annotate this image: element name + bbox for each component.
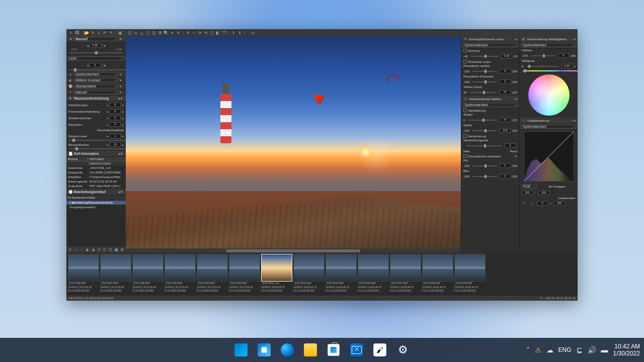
brush-icon[interactable]: ✎ — [90, 30, 95, 35]
io-in[interactable]: 255 — [522, 191, 533, 195]
wand-icon[interactable]: ✦ — [170, 30, 175, 35]
thumbnail-image[interactable] — [132, 254, 164, 282]
collapse-icon[interactable]: ▸▾ — [573, 119, 576, 122]
picker-icon[interactable]: ✎ — [515, 154, 517, 158]
thumbnail-image[interactable] — [197, 254, 228, 282]
hue-slider[interactable] — [531, 55, 555, 56]
noise-level-slider[interactable] — [69, 140, 126, 141]
clock[interactable]: 10:42 AM 1/30/2022 — [613, 343, 640, 357]
thumbnail-image[interactable] — [390, 254, 421, 282]
start-button[interactable] — [231, 340, 251, 360]
thumbnail-item[interactable]: _DSC7407.NEF 12/04/07 18:26:45:70 F2.5 1… — [390, 254, 421, 295]
hue-value[interactable]: 0 — [558, 53, 569, 58]
layout2-icon[interactable]: ▭ — [133, 30, 138, 35]
param-slider[interactable] — [471, 56, 499, 57]
move-icon[interactable]: ↔ — [191, 30, 196, 35]
std-dropdown[interactable]: Systemstandard — [463, 43, 518, 47]
export-icon[interactable]: ▫ — [79, 247, 84, 252]
battery-icon[interactable]: ▬ — [601, 346, 608, 354]
thumbnail-item[interactable]: _DSC7402.NEF 12/04/07 18:12:55:30 F1.8 1… — [229, 254, 260, 295]
save-icon[interactable]: ▪ — [73, 247, 78, 252]
volume-icon[interactable]: 🔊 — [588, 346, 596, 354]
checkbox[interactable] — [463, 60, 467, 63]
info-icon[interactable]: ℹ — [237, 30, 242, 35]
curves-editor[interactable] — [524, 131, 574, 182]
open-icon[interactable]: 📂 — [84, 30, 89, 35]
noise-att-value[interactable]: 13 — [110, 142, 121, 147]
image-icon[interactable]: 🖼 — [74, 30, 79, 35]
tray-chevron-icon[interactable]: ˄ — [526, 346, 530, 354]
thumbnail-item[interactable]: _DSC7408.NEF 12/04/07 18:26:45:70 F1.8 1… — [422, 254, 453, 295]
thumbnail-item[interactable]: _DSC7403_1.tif 12/04/07 18:26:45:70 F1.8… — [261, 254, 292, 295]
reset-icon[interactable]: ↺ — [67, 247, 72, 252]
collapse-icon[interactable]: ▾ — [118, 37, 123, 41]
thumbnail-item[interactable]: _DSC7406.NEF 12/04/07 18:26:45:70 F1.8 1… — [358, 254, 389, 295]
main-image[interactable] — [126, 36, 461, 248]
noise-param-value[interactable]: 0 — [110, 103, 121, 107]
explorer-button[interactable] — [300, 340, 320, 360]
thumbnail-image[interactable] — [229, 254, 260, 282]
weather-icon[interactable]: ☁ — [546, 346, 553, 354]
color-wheel[interactable]: ✦ — [528, 74, 570, 116]
widgets-button[interactable] — [254, 340, 274, 360]
noise-level-value[interactable]: 1 — [110, 134, 121, 138]
mail-button[interactable] — [347, 340, 367, 360]
manual-value[interactable]: 0.00 — [90, 43, 101, 48]
param-value[interactable]: 0.00 — [501, 54, 512, 58]
thumbnail-item[interactable]: _DSC7399.NEF 12/04/07 18:12:55:30 F1.8 1… — [165, 254, 196, 295]
warning-icon[interactable]: △ — [139, 30, 144, 35]
thumbnail-item[interactable]: _DSC7404.NEF 12/04/07 18:26:45:70 F1.8 1… — [293, 254, 325, 295]
param-value[interactable]: 100 — [500, 128, 511, 133]
thumbnail-strip[interactable]: _DSC7396.NEF 12/04/07 18:12:55:30 F2.8 1… — [66, 253, 578, 296]
store-button[interactable] — [324, 340, 344, 360]
rgb-dropdown[interactable]: RGB — [522, 184, 537, 189]
tool3-icon[interactable]: ✎ — [97, 247, 102, 252]
pencil-icon[interactable]: ✎ — [185, 30, 190, 35]
tool4-icon[interactable]: ⊡ — [103, 247, 108, 252]
param-slider[interactable] — [472, 130, 497, 131]
collapse-icon[interactable]: ▾ — [118, 84, 123, 88]
param-slider[interactable] — [472, 71, 497, 72]
language-indicator[interactable]: ENG — [558, 346, 572, 353]
param-slider[interactable] — [472, 165, 497, 166]
param-value[interactable]: 0 — [500, 174, 511, 178]
horizontal-scrollbar[interactable] — [126, 248, 461, 253]
wb-std-dropdown[interactable]: Systemstandard — [521, 43, 576, 47]
preset-dropdown[interactable]: Manuell — [74, 90, 118, 95]
thumbnail-item[interactable]: _DSC7396.NEF 12/04/07 18:12:55:30 F2.8 1… — [68, 254, 99, 295]
rotate2-icon[interactable]: ⟲ — [203, 30, 208, 35]
tool2-icon[interactable]: ◑ — [91, 247, 96, 252]
paint-button[interactable] — [370, 340, 390, 360]
preset-dropdown[interactable]: Systemstandard — [74, 72, 118, 76]
noise-param-value[interactable]: 0 — [110, 116, 121, 120]
checkbox[interactable] — [463, 134, 467, 138]
picker-icon[interactable]: ✎ — [522, 201, 527, 206]
thumbnail-image[interactable] — [454, 254, 486, 282]
edge-button[interactable] — [277, 340, 297, 360]
thumbnail-image[interactable] — [293, 254, 325, 282]
security-icon[interactable]: ⚠ — [535, 346, 541, 354]
redo-icon[interactable]: ↷ — [108, 30, 113, 35]
monitor-icon[interactable]: ▭ — [251, 30, 256, 35]
hue-gradient[interactable] — [523, 70, 578, 71]
layers-icon[interactable]: ❐ — [221, 30, 226, 35]
sat-slider[interactable] — [526, 66, 558, 67]
collapse-icon[interactable]: ▾ — [118, 90, 123, 95]
collapse-icon[interactable]: ▾ — [118, 72, 123, 76]
curve-tool-icon[interactable]: ∿ — [529, 201, 534, 206]
image-viewport[interactable] — [126, 36, 461, 253]
history-item[interactable]: (Ausgangszustand) — [66, 205, 126, 210]
tool6-icon[interactable]: ▦ — [114, 247, 119, 252]
text-icon[interactable]: T — [231, 30, 236, 35]
collapse-icon[interactable]: ▸▾ — [118, 96, 123, 101]
lvl-hi[interactable]: 255 — [554, 201, 565, 206]
rect-icon[interactable]: ▢ — [209, 30, 214, 35]
param-value[interactable]: 0 — [500, 163, 511, 168]
lvl-lo[interactable]: 0 — [537, 201, 548, 206]
param-value[interactable]: 0 — [505, 143, 516, 148]
manual-slider[interactable] — [69, 52, 123, 53]
thumbnail-item[interactable]: _DSC7398.NEF 12/04/07 18:12:55:30 F1.8 1… — [132, 254, 164, 295]
collapse-icon[interactable]: ▸▾ — [515, 37, 518, 41]
param-value[interactable]: 47 — [500, 118, 511, 122]
checkbox[interactable] — [463, 109, 467, 112]
